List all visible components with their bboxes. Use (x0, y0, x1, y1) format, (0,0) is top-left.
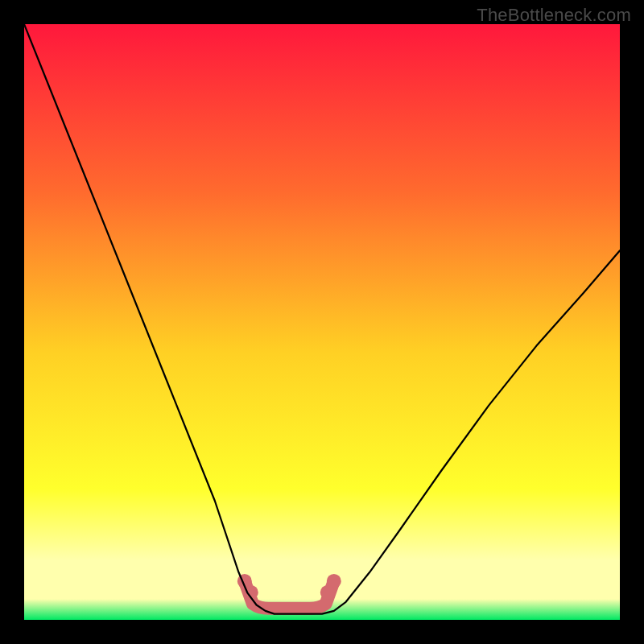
sweet-spot-knob (320, 585, 335, 600)
chart-svg (24, 24, 620, 620)
outer-frame: TheBottleneck.com (0, 0, 644, 644)
gradient-background (24, 24, 620, 620)
chart-plot-area (24, 24, 620, 620)
watermark-text: TheBottleneck.com (477, 5, 631, 26)
